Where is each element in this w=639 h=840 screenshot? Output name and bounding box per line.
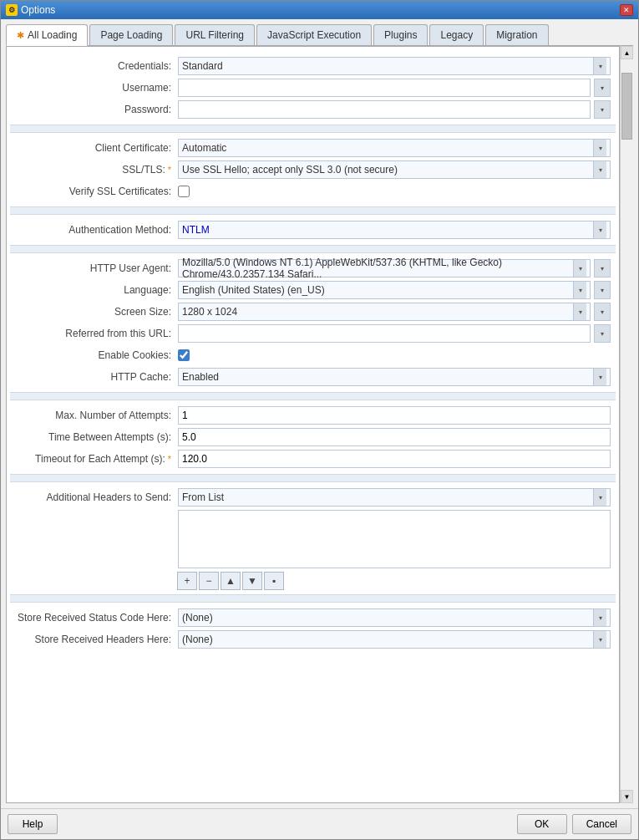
- language-dropdown[interactable]: English (United States) (en_US) ▾: [178, 281, 591, 299]
- screen-size-row: Screen Size: 1280 x 1024 ▾ ▾: [10, 301, 616, 323]
- ssl-dropdown[interactable]: Use SSL Hello; accept only SSL 3.0 (not …: [178, 160, 611, 179]
- referred-url-row: Referred from this URL: ▾: [10, 323, 616, 344]
- timeout-label: Timeout for Each Attempt (s): *: [15, 453, 178, 465]
- ssl-value: Use SSL Hello; accept only SSL 3.0 (not …: [182, 164, 593, 176]
- store-headers-arrow[interactable]: ▾: [593, 631, 606, 648]
- user-agent-row: HTTP User Agent: Mozilla/5.0 (Windows NT…: [10, 257, 616, 279]
- store-status-arrow[interactable]: ▾: [593, 609, 606, 626]
- move-up-button[interactable]: ▲: [221, 572, 241, 590]
- enable-cookies-control: [178, 349, 611, 361]
- tab-plugins[interactable]: Plugins: [373, 24, 428, 45]
- store-status-control: (None) ▾: [178, 608, 611, 627]
- client-cert-value: Automatic: [182, 142, 593, 154]
- enable-cookies-checkbox[interactable]: [178, 349, 190, 361]
- password-dropdown-btn[interactable]: ▾: [594, 100, 611, 119]
- http-cache-dropdown[interactable]: Enabled ▾: [178, 368, 611, 386]
- scroll-down-arrow[interactable]: ▼: [621, 790, 633, 803]
- add-header-button[interactable]: +: [177, 572, 197, 590]
- ok-button[interactable]: OK: [517, 814, 567, 834]
- tab-legacy[interactable]: Legacy: [429, 24, 484, 45]
- auth-method-dropdown[interactable]: NTLM ▾: [178, 221, 611, 239]
- user-agent-control: Mozilla/5.0 (Windows NT 6.1) AppleWebKit…: [178, 259, 611, 277]
- scrollbar: ▲ ▼: [620, 46, 633, 803]
- title-controls: ✕: [620, 4, 633, 16]
- http-cache-value: Enabled: [182, 371, 593, 383]
- username-input[interactable]: [178, 79, 591, 97]
- ssl-control: Use SSL Hello; accept only SSL 3.0 (not …: [178, 160, 611, 179]
- credentials-dropdown[interactable]: Standard ▾: [178, 57, 611, 75]
- ssl-arrow[interactable]: ▾: [593, 161, 606, 178]
- credentials-arrow[interactable]: ▾: [593, 58, 606, 74]
- user-agent-arrow[interactable]: ▾: [573, 260, 586, 277]
- language-label: Language:: [15, 284, 178, 296]
- additional-headers-arrow[interactable]: ▾: [593, 489, 606, 506]
- headers-textarea[interactable]: [178, 510, 611, 568]
- tab-url-filtering-label: URL Filtering: [185, 29, 244, 41]
- http-cache-arrow[interactable]: ▾: [593, 369, 606, 385]
- client-cert-arrow[interactable]: ▾: [593, 140, 606, 156]
- password-control: ▾: [178, 100, 611, 119]
- user-agent-extra-btn[interactable]: ▾: [594, 259, 611, 277]
- edit-button[interactable]: ▪: [264, 572, 284, 590]
- scroll-thumb[interactable]: [621, 73, 632, 140]
- main-area: Credentials: Standard ▾ Username:: [6, 46, 633, 803]
- screen-size-dropdown[interactable]: 1280 x 1024 ▾: [178, 303, 591, 321]
- title-bar: ⚙ Options ✕: [1, 1, 638, 19]
- tab-page-loading[interactable]: Page Loading: [89, 24, 173, 45]
- screen-size-arrow[interactable]: ▾: [573, 303, 586, 320]
- form-wrapper: Credentials: Standard ▾ Username:: [6, 46, 620, 803]
- language-value: English (United States) (en_US): [182, 284, 573, 296]
- close-button[interactable]: ✕: [620, 4, 633, 16]
- store-headers-dropdown[interactable]: (None) ▾: [178, 630, 611, 649]
- max-attempts-row: Max. Number of Attempts: 1: [10, 405, 616, 426]
- referred-url-input[interactable]: [178, 324, 591, 343]
- credentials-row: Credentials: Standard ▾: [10, 55, 616, 77]
- verify-ssl-control: [178, 186, 611, 197]
- timeout-control: 120.0: [178, 450, 611, 468]
- tab-all-loading[interactable]: ✱ All Loading: [6, 24, 88, 46]
- store-status-dropdown[interactable]: (None) ▾: [178, 608, 611, 627]
- tab-url-filtering[interactable]: URL Filtering: [175, 24, 255, 45]
- tab-migration[interactable]: Migration: [485, 24, 548, 45]
- referred-url-btn[interactable]: ▾: [594, 324, 611, 343]
- remove-header-button[interactable]: −: [199, 572, 219, 590]
- client-cert-dropdown[interactable]: Automatic ▾: [178, 139, 611, 157]
- additional-headers-dropdown[interactable]: From List ▾: [178, 488, 611, 507]
- separator-6: [10, 594, 616, 603]
- headers-textarea-row: [10, 508, 616, 570]
- tab-js-execution[interactable]: JavaScript Execution: [256, 24, 372, 45]
- tab-all-loading-label: All Loading: [28, 29, 77, 41]
- tabs-container: ✱ All Loading Page Loading URL Filtering…: [6, 24, 633, 46]
- store-headers-row: Store Received Headers Here: (None) ▾: [10, 629, 616, 650]
- username-dropdown-btn[interactable]: ▾: [594, 79, 611, 97]
- tab-plugins-label: Plugins: [384, 29, 417, 41]
- time-between-input[interactable]: 5.0: [178, 428, 611, 446]
- password-input[interactable]: [178, 100, 591, 119]
- window-title: Options: [21, 4, 55, 16]
- footer: Help OK Cancel: [1, 808, 638, 839]
- help-button[interactable]: Help: [8, 814, 58, 834]
- ssl-label: SSL/TLS: *: [15, 164, 178, 176]
- language-extra-btn[interactable]: ▾: [594, 281, 611, 299]
- max-attempts-label: Max. Number of Attempts:: [15, 410, 178, 421]
- cancel-button[interactable]: Cancel: [572, 814, 631, 834]
- screen-size-extra-btn[interactable]: ▾: [594, 303, 611, 321]
- timeout-input[interactable]: 120.0: [178, 450, 611, 468]
- language-row: Language: English (United States) (en_US…: [10, 279, 616, 301]
- user-agent-dropdown[interactable]: Mozilla/5.0 (Windows NT 6.1) AppleWebKit…: [178, 259, 591, 277]
- language-control: English (United States) (en_US) ▾ ▾: [178, 281, 611, 299]
- password-label: Password:: [15, 104, 178, 115]
- scroll-up-arrow[interactable]: ▲: [621, 46, 633, 59]
- language-arrow[interactable]: ▾: [573, 282, 586, 298]
- up-arrow-icon: ▲: [226, 575, 236, 587]
- auth-method-value: NTLM: [182, 224, 593, 236]
- referred-url-control: ▾: [178, 324, 611, 343]
- tab-star: ✱: [17, 30, 24, 41]
- move-down-button[interactable]: ▼: [242, 572, 262, 590]
- additional-headers-control: From List ▾: [178, 488, 611, 507]
- max-attempts-input[interactable]: 1: [178, 406, 611, 425]
- verify-ssl-checkbox[interactable]: [178, 186, 190, 197]
- http-cache-control: Enabled ▾: [178, 368, 611, 386]
- screen-size-label: Screen Size:: [15, 306, 178, 318]
- auth-method-arrow[interactable]: ▾: [593, 221, 606, 238]
